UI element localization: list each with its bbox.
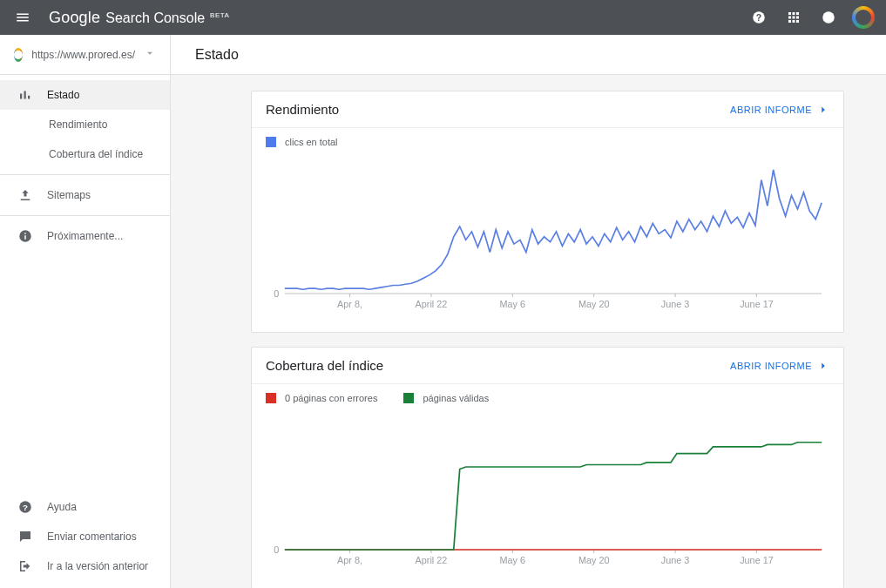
sidebar: https://www.prored.es/ Estado Rendimient… (0, 35, 171, 588)
svg-rect-10 (796, 20, 799, 23)
sidebar-item-cobertura[interactable]: Cobertura del índice (0, 139, 170, 169)
chevron-right-icon (817, 104, 829, 116)
svg-text:May 6: May 6 (500, 300, 526, 309)
property-selector[interactable]: https://www.prored.es/ (0, 35, 170, 75)
property-url: https://www.prored.es/ (31, 49, 135, 61)
sidebar-item-sitemaps[interactable]: Sitemaps (0, 180, 170, 210)
open-report-link[interactable]: ABRIR INFORME (730, 360, 829, 372)
swatch-green-icon (403, 393, 414, 403)
logo-beta-badge: BETA (210, 11, 229, 19)
sidebar-item-label: Sitemaps (47, 189, 91, 201)
sidebar-item-rendimiento[interactable]: Rendimiento (0, 110, 170, 139)
svg-text:May 6: May 6 (500, 556, 526, 565)
svg-text:Apr 8,: Apr 8, (337, 300, 362, 309)
help-button[interactable]: ? (747, 5, 771, 30)
svg-rect-6 (793, 17, 795, 19)
svg-text:June 3: June 3 (661, 300, 690, 309)
legend-item-errors: 0 páginas con errores (266, 393, 377, 403)
card-cobertura: Cobertura del índice ABRIR INFORME 0 pág… (251, 347, 844, 588)
logo-product-text: Search Console (105, 10, 205, 26)
sidebar-item-label: Enviar comentarios (47, 531, 137, 543)
chart-legend: clics en total (252, 128, 843, 147)
open-report-link[interactable]: ABRIR INFORME (730, 104, 829, 116)
chart-rendimiento: 0Apr 8,April 22May 6May 20June 3June 17 (264, 152, 831, 318)
svg-rect-8 (788, 20, 791, 23)
sidebar-item-label: Ir a la versión anterior (47, 560, 148, 572)
sidebar-item-label: Ayuda (47, 501, 77, 513)
content: Estado Rendimiento ABRIR INFORME clics e… (171, 35, 886, 588)
feedback-icon (17, 529, 33, 544)
sidebar-item-label: Cobertura del índice (49, 148, 143, 160)
open-report-label: ABRIR INFORME (730, 361, 812, 371)
app-header: Google Search Console BETA ? (0, 0, 886, 35)
sidebar-item-estado[interactable]: Estado (0, 80, 170, 110)
card-rendimiento: Rendimiento ABRIR INFORME clics en total… (251, 91, 844, 333)
svg-text:?: ? (756, 12, 761, 23)
sidebar-bottom: ? Ayuda Enviar comentarios Ir a la versi… (0, 492, 170, 588)
sidebar-item-label: Estado (47, 89, 79, 101)
apps-button[interactable] (781, 5, 806, 30)
hamburger-icon (15, 10, 30, 25)
svg-text:Apr 8,: Apr 8, (337, 556, 362, 565)
legend-item-valid: páginas válidas (403, 393, 489, 403)
page-title: Estado (195, 47, 239, 63)
swatch-red-icon (266, 393, 276, 403)
chart-cobertura: 0Apr 8,April 22May 6May 20June 3June 17 (264, 409, 831, 574)
legend-label: clics en total (285, 137, 338, 147)
svg-text:0: 0 (274, 545, 279, 555)
svg-rect-7 (796, 17, 799, 19)
sidebar-item-feedback[interactable]: Enviar comentarios (0, 522, 170, 551)
logo-google-text: Google (49, 9, 100, 27)
card-title: Cobertura del índice (266, 358, 383, 373)
help-icon: ? (17, 499, 33, 515)
svg-rect-3 (793, 12, 795, 15)
apps-grid-icon (786, 10, 801, 25)
svg-text:0: 0 (274, 289, 279, 299)
info-icon (17, 228, 33, 244)
svg-rect-5 (788, 17, 791, 19)
legend-label: 0 páginas con errores (285, 393, 377, 403)
svg-text:April 22: April 22 (416, 556, 448, 565)
caret-down-icon (144, 47, 156, 62)
legend-label: páginas válidas (423, 393, 489, 403)
nav: Estado Rendimiento Cobertura del índice … (0, 75, 170, 492)
svg-rect-9 (793, 20, 795, 23)
svg-text:May 20: May 20 (578, 556, 610, 565)
open-report-label: ABRIR INFORME (730, 105, 812, 115)
legend-item-clics: clics en total (266, 137, 338, 147)
exit-icon (17, 558, 33, 574)
account-button[interactable] (851, 5, 876, 30)
sidebar-item-label: Rendimiento (49, 118, 107, 131)
avatar-icon (852, 6, 875, 29)
chart-legend: 0 páginas con errores páginas válidas (252, 384, 843, 403)
menu-button[interactable] (10, 5, 35, 30)
sidebar-item-ayuda[interactable]: ? Ayuda (0, 492, 170, 522)
sidebar-item-old-version[interactable]: Ir a la versión anterior (0, 551, 170, 581)
bar-chart-icon (17, 87, 33, 103)
swatch-blue-icon (266, 137, 276, 147)
svg-rect-4 (796, 12, 799, 15)
svg-text:?: ? (23, 503, 28, 512)
notifications-button[interactable] (816, 5, 841, 30)
svg-text:June 3: June 3 (661, 556, 690, 565)
upload-icon (17, 187, 33, 203)
bell-icon (821, 10, 836, 25)
svg-text:June 17: June 17 (740, 300, 774, 309)
property-icon (14, 48, 23, 62)
help-icon: ? (751, 10, 767, 25)
chevron-right-icon (817, 360, 829, 372)
svg-text:June 17: June 17 (740, 556, 774, 565)
sidebar-item-proximamente[interactable]: Próximamente... (0, 221, 170, 251)
product-logo: Google Search Console BETA (49, 9, 229, 27)
svg-text:April 22: April 22 (416, 300, 448, 309)
sidebar-item-label: Próximamente... (47, 230, 123, 242)
svg-text:May 20: May 20 (578, 300, 610, 309)
page-titlebar: Estado (171, 35, 886, 75)
card-title: Rendimiento (266, 102, 339, 117)
svg-rect-2 (788, 12, 791, 15)
